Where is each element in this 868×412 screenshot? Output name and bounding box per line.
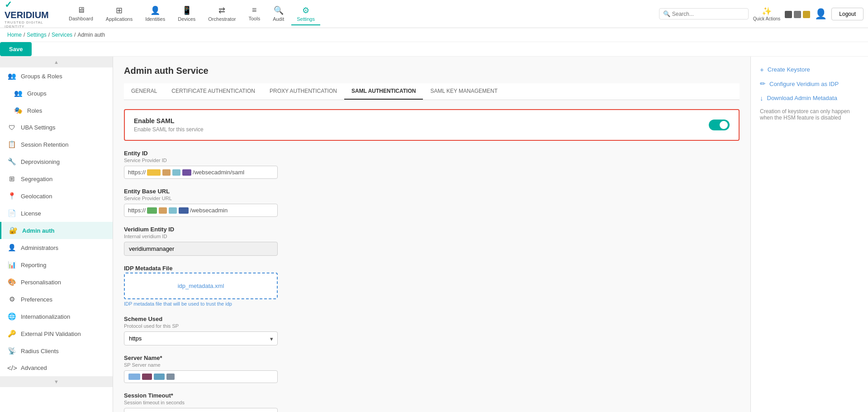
tab-certificate-auth[interactable]: CERTIFICATE AUTHENTICATION	[164, 83, 262, 100]
entity-id-label: Entity ID	[124, 150, 740, 157]
session-timeout-input[interactable]	[124, 408, 278, 412]
sidebar-item-segregation[interactable]: ⊞ Segregation	[0, 170, 113, 187]
entity-base-url-mask1	[147, 207, 157, 214]
download-admin-metadata-button[interactable]: ↓ Download Admin Metadata	[760, 94, 859, 102]
theme-dot-gold[interactable]	[803, 11, 810, 18]
veridium-entity-id-input[interactable]	[124, 242, 278, 256]
sidebar-item-deprovisioning[interactable]: 🔧 Deprovisioning	[0, 153, 113, 170]
sidebar-item-reporting[interactable]: 📊 Reporting	[0, 256, 113, 273]
enable-saml-title: Enable SAML	[134, 117, 204, 125]
configure-veridium-idp-button[interactable]: ✏ Configure Veridium as IDP	[760, 80, 859, 88]
nav-right: 🔍 ✨ Quick Actions 👤 Logout	[659, 6, 863, 21]
breadcrumb-services[interactable]: Services	[52, 32, 72, 38]
server-name-input[interactable]	[124, 370, 278, 383]
server-name-mask2	[142, 374, 152, 380]
tab-saml-key-mgmt[interactable]: SAML KEY MANAGEMENT	[423, 83, 505, 100]
server-name-sublabel: SP Server name	[124, 362, 740, 368]
server-name-mask4	[166, 374, 175, 380]
nav-tools[interactable]: ≡ Tools	[243, 3, 266, 25]
groups-roles-icon: 👥	[7, 72, 16, 80]
dashboard-icon: 🖥	[77, 5, 85, 15]
admin-auth-icon: 🔐	[9, 226, 18, 235]
nav-devices[interactable]: 📱 Devices	[172, 3, 201, 25]
nav-dashboard[interactable]: 🖥 Dashboard	[63, 3, 99, 25]
quick-actions: ✨ Quick Actions	[753, 6, 781, 21]
logout-button[interactable]: Logout	[831, 8, 863, 20]
breadcrumb-settings[interactable]: Settings	[27, 32, 46, 38]
sidebar-item-session-retention[interactable]: 📋 Session Retention	[0, 136, 113, 153]
search-box: 🔍	[659, 8, 749, 19]
entity-id-mask1	[147, 169, 161, 176]
tab-saml-auth[interactable]: SAML AUTHENTICATION	[344, 83, 423, 100]
plus-icon: +	[760, 66, 764, 73]
entity-base-url-suffix: /websecadmin	[190, 207, 228, 214]
audit-icon: 🔍	[274, 5, 284, 15]
entity-id-input[interactable]: https:// /websecadmin/saml	[124, 166, 278, 179]
entity-base-url-mask2	[159, 207, 167, 214]
scheme-used-label: Scheme Used	[124, 316, 740, 322]
tab-general[interactable]: GENERAL	[124, 83, 164, 100]
wand-icon[interactable]: ✨	[762, 6, 772, 16]
sidebar-item-geolocation[interactable]: 📍 Geolocation	[0, 187, 113, 205]
sidebar-scroll-up[interactable]: ▲	[0, 57, 113, 67]
entity-base-url-input[interactable]: https:// /websecadmin	[124, 204, 278, 217]
theme-dot-dark[interactable]	[785, 11, 792, 18]
sidebar-item-roles[interactable]: 🎭 Roles	[0, 102, 113, 119]
sidebar-item-radius-clients[interactable]: 📡 Radius Clients	[0, 342, 113, 359]
server-name-mask3	[154, 374, 165, 380]
idp-metadata-dropzone[interactable]: idp_metadata.xml	[124, 273, 278, 299]
main-layout: ▲ 👥 Groups & Roles 👥 Groups 🎭 Roles 🛡 UB…	[0, 57, 868, 412]
roles-icon: 🎭	[14, 106, 23, 115]
breadcrumb-home[interactable]: Home	[7, 32, 22, 38]
top-nav: ✓ VERIDIUM TRUSTED DIGITAL IDENTITY 🖥 Da…	[0, 0, 868, 28]
enable-saml-toggle[interactable]	[709, 120, 730, 130]
entity-id-prefix: https://	[128, 169, 146, 176]
breadcrumb-sep2: /	[48, 32, 50, 38]
sidebar-item-advanced[interactable]: </> Advanced	[0, 359, 113, 376]
tools-icon: ≡	[252, 5, 257, 15]
nav-identities[interactable]: 👤 Identities	[140, 3, 171, 25]
save-button[interactable]: Save	[0, 42, 32, 56]
sidebar-item-internationalization[interactable]: 🌐 Internationalization	[0, 308, 113, 325]
page-title: Admin auth Service	[124, 66, 740, 76]
session-timeout-sublabel: Session timeout in seconds	[124, 400, 740, 405]
sidebar-item-administrators[interactable]: 👤 Administrators	[0, 239, 113, 256]
geolocation-icon: 📍	[7, 192, 16, 200]
administrators-icon: 👤	[7, 244, 16, 252]
tabs-bar: GENERAL CERTIFICATE AUTHENTICATION PROXY…	[124, 83, 740, 100]
sidebar-item-preferences[interactable]: ⚙ Preferences	[0, 291, 113, 308]
download-icon: ↓	[760, 94, 764, 102]
scheme-select[interactable]: https http	[124, 331, 278, 345]
theme-dot-gray[interactable]	[794, 11, 801, 18]
sidebar-item-personalisation[interactable]: 🎨 Personalisation	[0, 273, 113, 291]
sidebar-item-groups[interactable]: 👥 Groups	[0, 85, 113, 102]
nav-audit[interactable]: 🔍 Audit	[267, 3, 289, 25]
sidebar-item-groups-roles[interactable]: 👥 Groups & Roles	[0, 67, 113, 85]
create-keystore-button[interactable]: + Create Keystore	[760, 66, 859, 73]
logo-subtitle: TRUSTED DIGITAL IDENTITY	[5, 20, 59, 29]
idp-metadata-note: IDP metadata file that will be used to t…	[124, 301, 740, 307]
applications-icon: ⊞	[116, 5, 123, 15]
external-pin-icon: 🔑	[7, 330, 16, 338]
sidebar-item-admin-auth[interactable]: 🔐 Admin auth	[0, 222, 113, 239]
sidebar-item-uba-settings[interactable]: 🛡 UBA Settings	[0, 119, 113, 136]
nav-orchestrator[interactable]: ⇄ Orchestrator	[203, 3, 241, 25]
sidebar-item-license[interactable]: 📄 License	[0, 205, 113, 222]
orchestrator-icon: ⇄	[218, 5, 225, 15]
entity-id-mask2	[162, 169, 171, 176]
sidebar-scroll-down[interactable]: ▼	[0, 376, 113, 387]
logo: ✓ VERIDIUM TRUSTED DIGITAL IDENTITY	[5, 0, 59, 29]
tab-proxy-auth[interactable]: PROXY AUTHENTICATION	[262, 83, 344, 100]
breadcrumb-bar: Home / Settings / Services / Admin auth …	[0, 28, 868, 57]
sidebar-item-external-pin[interactable]: 🔑 External PIN Validation	[0, 325, 113, 342]
nav-applications[interactable]: ⊞ Applications	[100, 3, 138, 25]
search-input[interactable]	[672, 11, 745, 17]
server-name-mask1	[128, 374, 140, 380]
entity-base-url-row: Entity Base URL Service Provider URL htt…	[124, 188, 740, 217]
toggle-slider	[709, 120, 730, 130]
veridium-entity-id-row: Veridium Entity ID Internal veridium ID	[124, 226, 740, 256]
nav-settings[interactable]: ⚙ Settings	[291, 3, 320, 25]
groups-icon: 👥	[14, 89, 23, 97]
scheme-used-sublabel: Protocol used for this SP	[124, 323, 740, 329]
identities-icon: 👤	[150, 5, 160, 15]
